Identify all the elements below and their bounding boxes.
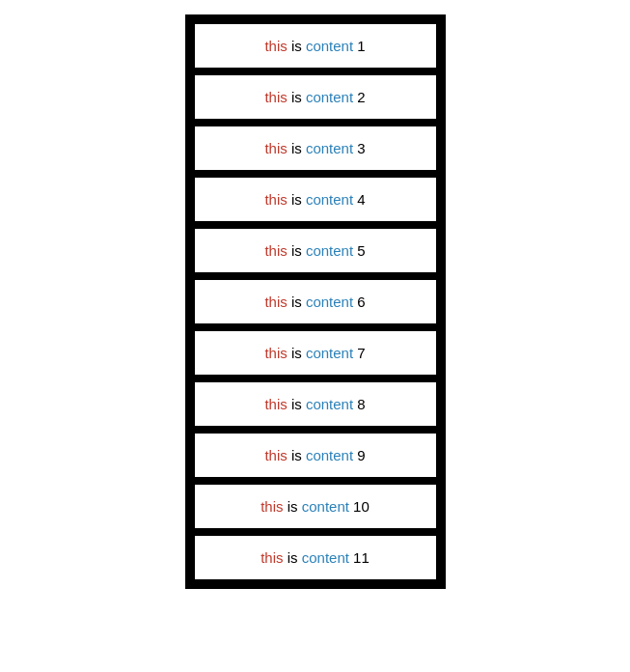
content-list: this is content 1this is content 2this i…: [185, 14, 446, 589]
list-item: this is content 6: [193, 278, 438, 325]
list-item: this is content 9: [193, 432, 438, 479]
list-item: this is content 2: [193, 73, 438, 121]
list-item: this is content 4: [193, 176, 438, 223]
list-item: this is content 1: [193, 22, 438, 70]
list-item: this is content 5: [193, 227, 438, 274]
list-item: this is content 7: [193, 329, 438, 377]
list-item: this is content 8: [193, 380, 438, 428]
list-item: this is content 3: [193, 125, 438, 172]
list-item: this is content 11: [193, 534, 438, 581]
list-item: this is content 10: [193, 483, 438, 530]
